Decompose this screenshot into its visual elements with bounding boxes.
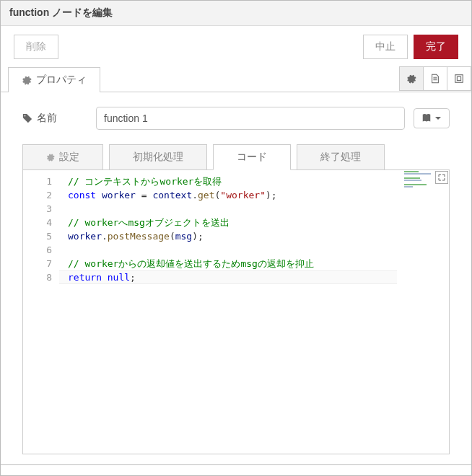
line-number: 1 bbox=[23, 175, 52, 188]
node-appearance-button[interactable] bbox=[447, 66, 471, 91]
line-number: 2 bbox=[23, 188, 52, 202]
cancel-button[interactable]: 中止 bbox=[363, 35, 408, 59]
name-input[interactable] bbox=[96, 107, 405, 130]
name-label-text: 名前 bbox=[37, 112, 57, 125]
document-icon bbox=[430, 74, 440, 84]
tab-close[interactable]: 終了処理 bbox=[297, 144, 385, 170]
code-line[interactable]: // コンテキストからworkerを取得 bbox=[68, 175, 424, 188]
node-description-button[interactable] bbox=[423, 66, 447, 91]
expand-editor-button[interactable] bbox=[435, 171, 448, 184]
book-icon bbox=[421, 113, 432, 123]
dialog-title: function ノードを編集 bbox=[1, 1, 471, 26]
line-number: 3 bbox=[23, 202, 52, 216]
code-line[interactable] bbox=[68, 243, 424, 257]
code-content[interactable]: // コンテキストからworkerを取得const worker = conte… bbox=[68, 170, 424, 454]
line-number: 8 bbox=[23, 270, 52, 284]
tab-init-label: 初期化処理 bbox=[133, 151, 183, 164]
done-button[interactable]: 完了 bbox=[414, 35, 458, 59]
tab-code-label: コード bbox=[237, 151, 267, 164]
main-tabs: プロパティ bbox=[1, 66, 471, 92]
tab-setup-label: 設定 bbox=[59, 151, 79, 164]
code-line[interactable]: return null; bbox=[68, 270, 424, 284]
tab-init[interactable]: 初期化処理 bbox=[109, 144, 207, 170]
caret-down-icon bbox=[434, 115, 442, 122]
gear-icon bbox=[46, 153, 55, 162]
tab-properties-label: プロパティ bbox=[36, 74, 87, 87]
resize-handle[interactable] bbox=[193, 454, 279, 460]
code-line[interactable]: worker.postMessage(msg); bbox=[68, 229, 424, 243]
editor-scrollbar[interactable] bbox=[439, 186, 449, 454]
svg-rect-0 bbox=[455, 75, 463, 83]
gear-icon bbox=[406, 74, 416, 84]
tab-code[interactable]: コード bbox=[213, 144, 291, 170]
code-editor[interactable]: 12345678 // コンテキストからworkerを取得const worke… bbox=[22, 169, 450, 454]
tab-setup[interactable]: 設定 bbox=[22, 144, 103, 170]
line-number: 7 bbox=[23, 257, 52, 270]
tag-icon bbox=[22, 113, 32, 123]
delete-button[interactable]: 削除 bbox=[14, 35, 58, 59]
gear-icon bbox=[22, 75, 32, 85]
line-number: 5 bbox=[23, 229, 52, 243]
node-settings-button[interactable] bbox=[399, 66, 424, 91]
appearance-icon bbox=[454, 74, 464, 84]
tab-close-label: 終了処理 bbox=[320, 151, 361, 164]
code-tabs: 設定 初期化処理 コード 終了処理 bbox=[22, 144, 450, 170]
code-line[interactable]: const worker = context.get("worker"); bbox=[68, 188, 424, 202]
line-number: 4 bbox=[23, 216, 52, 229]
svg-rect-1 bbox=[457, 76, 460, 80]
expand-icon bbox=[438, 174, 445, 181]
line-gutter: 12345678 bbox=[23, 170, 59, 454]
code-line[interactable]: // workerへmsgオブジェクトを送出 bbox=[68, 216, 424, 229]
dialog-footer bbox=[1, 464, 471, 470]
tab-properties[interactable]: プロパティ bbox=[8, 67, 100, 92]
name-label: 名前 bbox=[22, 112, 87, 125]
code-line[interactable]: // workerからの返却値を送出するためmsgの返却を抑止 bbox=[68, 257, 424, 270]
line-number: 6 bbox=[23, 243, 52, 257]
minimap[interactable] bbox=[404, 171, 439, 229]
library-button[interactable] bbox=[414, 108, 450, 128]
code-line[interactable] bbox=[68, 202, 424, 216]
button-row: 削除 中止 完了 bbox=[1, 26, 471, 66]
